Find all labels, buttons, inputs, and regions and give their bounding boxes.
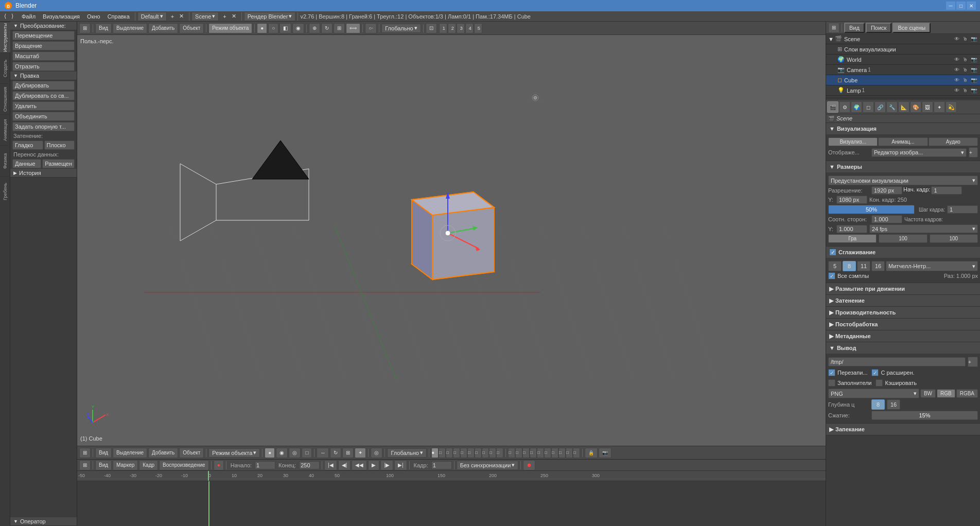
vp-view-menu[interactable]: Вид — [95, 448, 112, 458]
delete-button[interactable]: Удалить — [12, 101, 75, 111]
view-menu[interactable]: Вид — [95, 23, 112, 33]
timeline-marker-menu[interactable]: Маркер — [113, 460, 138, 470]
layer-btn-3[interactable]: 3 — [457, 23, 465, 33]
create-tab[interactable]: Создать — [0, 52, 10, 83]
scene-render-icon[interactable]: 📷 — [970, 36, 978, 42]
menu-file[interactable]: Файл — [19, 12, 39, 21]
texture-shading-btn[interactable]: ◧ — [279, 23, 291, 33]
sizes-section-header[interactable]: ▼ Размеры — [826, 161, 980, 172]
aa-checkbox[interactable]: ✓ — [829, 249, 836, 256]
outliner-item-renderlayers[interactable]: ⊞ Слои визуализации — [826, 44, 980, 55]
scene-restrict-icon[interactable]: 🖱 — [961, 36, 969, 42]
workspace-remove-button[interactable]: ✕ — [177, 12, 186, 21]
layer-20-btn[interactable]: □ — [573, 448, 580, 458]
operator-section-header[interactable]: ▼ Оператор — [10, 517, 77, 526]
placeholders-checkbox[interactable] — [828, 379, 835, 387]
object-tab[interactable]: ◻ — [863, 101, 874, 113]
cache-checkbox[interactable] — [876, 379, 883, 387]
end-frame-input[interactable] — [299, 461, 320, 469]
output-header[interactable]: ▼ Вывод — [826, 342, 980, 354]
play-reverse-btn[interactable]: ◀◀ — [352, 460, 367, 470]
time-val-btn[interactable]: 100 — [930, 234, 978, 243]
shading-dot3[interactable]: ◎ — [289, 448, 301, 458]
texture-tab[interactable]: 🖼 — [922, 101, 933, 113]
outliner-item-camera[interactable]: 📷 Camera 1 👁 🖱 📷 — [826, 65, 980, 75]
menu-render[interactable]: Визуализация — [40, 12, 83, 21]
lamp-restrict-icon[interactable]: 🖱 — [961, 87, 969, 93]
vp-add-menu[interactable]: Добавить — [148, 448, 178, 458]
start-frame-input[interactable] — [255, 461, 275, 469]
timeline-view-menu[interactable]: Вид — [95, 460, 112, 470]
world-restrict-icon[interactable]: 🖱 — [961, 57, 969, 62]
layer-5-btn[interactable]: □ — [460, 448, 467, 458]
scene-remove-button[interactable]: ✕ — [230, 12, 238, 21]
tools-tab[interactable]: Инструменты — [0, 22, 10, 52]
overwrite-checkbox[interactable]: ✓ — [828, 369, 835, 376]
manip-btn4[interactable]: ✦ — [355, 448, 366, 458]
edit-section-header[interactable]: ▼ Правка — [10, 72, 77, 80]
camera-eye-icon[interactable]: 👁 — [953, 67, 960, 73]
sync-dropdown[interactable]: Без синхронизации ▾ — [457, 461, 519, 470]
scene-selector[interactable]: Scene ▾ — [191, 12, 219, 21]
bw-btn[interactable]: BW — [920, 389, 936, 398]
cube-restrict-icon[interactable]: 🖱 — [961, 77, 969, 83]
shading-dot2[interactable]: ◉ — [276, 448, 288, 458]
layer-6-btn[interactable]: □ — [467, 448, 475, 458]
data-tab[interactable]: 📐 — [898, 101, 909, 113]
outliner-search-tab[interactable]: Поиск — [866, 23, 891, 33]
transform-combined-btn[interactable]: ⟺ — [346, 23, 360, 33]
rendered-shading-btn[interactable]: ◉ — [292, 23, 304, 33]
placement-button[interactable]: Размещен — [42, 159, 75, 168]
aspect-x-input[interactable]: 1.000 — [871, 215, 902, 223]
scene-add-button[interactable]: + — [221, 12, 228, 21]
add-menu[interactable]: Добавить — [148, 23, 178, 33]
layer-btn-1[interactable]: 1 — [439, 23, 447, 33]
shading-prop-header[interactable]: ▶ Затенение — [826, 295, 980, 306]
baking-header[interactable]: ▶ Запекание — [826, 424, 980, 435]
layer-10-btn[interactable]: □ — [496, 448, 503, 458]
layer-12-btn[interactable]: □ — [515, 448, 522, 458]
format-dropdown[interactable]: PNG ▾ — [828, 389, 919, 398]
menu-window[interactable]: Окно — [84, 12, 103, 21]
jump-start-btn[interactable]: |◀ — [324, 460, 337, 470]
world-render-icon[interactable]: 📷 — [970, 57, 978, 62]
occ-btn[interactable]: 100 — [879, 234, 927, 243]
layer-btn-4[interactable]: 4 — [465, 23, 474, 33]
motion-blur-header[interactable]: ▶ Размытие при движении — [826, 283, 980, 294]
duplicate-linked-button[interactable]: Дублировать со св... — [12, 91, 75, 100]
set-origin-button[interactable]: Задать опорную т... — [12, 122, 75, 131]
prop-edit-btn[interactable]: ◎ — [371, 448, 382, 458]
modifiers-tab[interactable]: 🔧 — [886, 101, 898, 113]
layer-btn-5[interactable]: 5 — [474, 23, 482, 33]
lamp-eye-icon[interactable]: 👁 — [953, 87, 960, 93]
layer-15-btn[interactable]: □ — [537, 448, 544, 458]
particles-tab[interactable]: ✦ — [934, 101, 945, 113]
lamp-render-icon[interactable]: 📷 — [970, 87, 978, 93]
world-tab[interactable]: 🌍 — [851, 101, 862, 113]
maximize-button[interactable]: □ — [956, 2, 966, 10]
output-path-input[interactable] — [828, 357, 966, 366]
physics-tab[interactable]: Физика — [0, 145, 10, 176]
depth-8-btn[interactable]: 8 — [871, 399, 885, 410]
outliner-type-btn[interactable]: ⊞ — [828, 23, 839, 33]
join-button[interactable]: Объединить — [12, 112, 75, 121]
gra-btn[interactable]: Гра — [828, 234, 877, 243]
material-tab[interactable]: 🎨 — [910, 101, 921, 113]
outliner-item-cube[interactable]: ◻ Cube 👁 🖱 📷 — [826, 75, 980, 85]
next-keyframe-btn[interactable]: |▶ — [380, 460, 393, 470]
proportional-btn[interactable]: ○· — [365, 23, 377, 33]
vp-type-icon[interactable]: ⊞ — [79, 448, 91, 458]
outliner-item-lamp[interactable]: 💡 Lamp 1 👁 🖱 📷 — [826, 85, 980, 96]
outliner-view-tab[interactable]: Вид — [844, 23, 865, 33]
cube-eye-icon[interactable]: 👁 — [953, 77, 960, 83]
display-extra-btn[interactable]: + — [969, 147, 978, 157]
compression-bar[interactable]: 15% — [871, 411, 978, 420]
layer-1-btn[interactable]: ■ — [431, 448, 439, 458]
timeline-content[interactable] — [77, 481, 826, 526]
viz-tab-render[interactable]: Визуализ... — [828, 137, 878, 146]
display-value[interactable]: Редактор изобра... ▾ — [871, 148, 967, 157]
layer-8-btn[interactable]: □ — [482, 448, 489, 458]
lock-btn[interactable]: 🔒 — [585, 448, 598, 458]
aspect-y-input[interactable]: 1.000 — [836, 225, 867, 233]
snap-btn[interactable]: ⊡ — [426, 23, 437, 33]
